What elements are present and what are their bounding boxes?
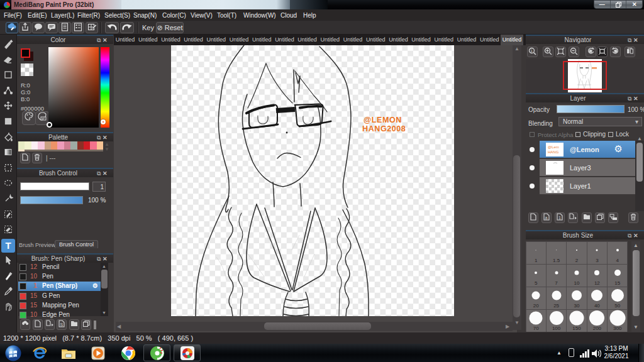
svg-text:S: S <box>60 322 64 327</box>
svg-text:1: 1 <box>531 49 533 53</box>
svg-text:a: a <box>545 216 548 220</box>
svg-text:@LEMON: @LEMON <box>364 116 402 124</box>
svg-text:1: 1 <box>558 216 561 220</box>
svg-text:HANG2008: HANG2008 <box>362 124 406 133</box>
svg-text:@Lem: @Lem <box>548 145 559 149</box>
svg-text:HANG: HANG <box>548 150 559 154</box>
